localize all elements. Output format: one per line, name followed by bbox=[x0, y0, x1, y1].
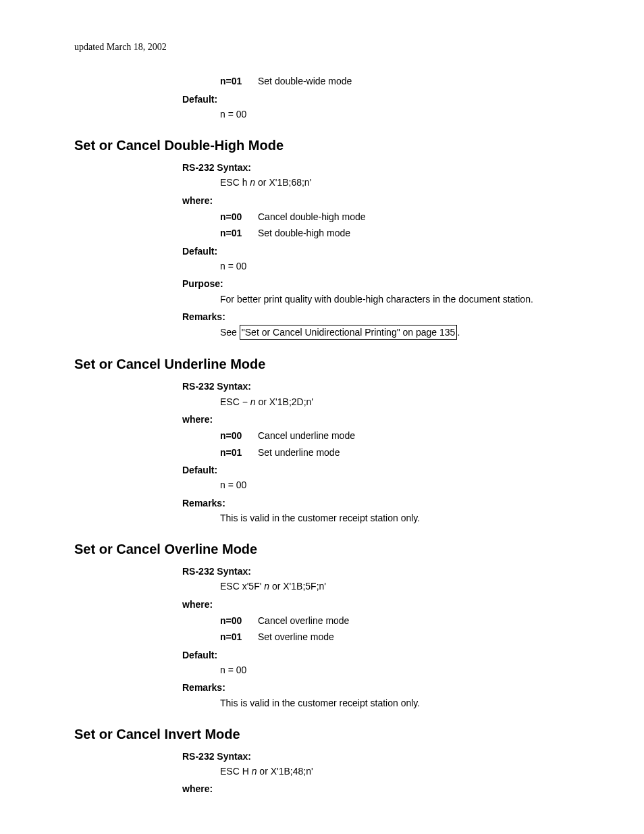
dh-n00-row: n=00 Cancel double-high mode bbox=[220, 210, 580, 224]
ol-syntax-label: RS-232 Syntax: bbox=[182, 565, 580, 578]
desc: Cancel overline mode bbox=[258, 614, 580, 627]
syntax-pre: ESC x'5F' bbox=[220, 581, 264, 592]
syntax-pre: ESC H bbox=[220, 766, 252, 777]
dh-remarks-label: Remarks: bbox=[182, 310, 580, 323]
remarks-pre: See bbox=[220, 327, 240, 338]
desc: Cancel double-high mode bbox=[258, 210, 580, 224]
ol-remarks-label: Remarks: bbox=[182, 681, 580, 694]
inv-syntax-label: RS-232 Syntax: bbox=[182, 750, 580, 763]
term: n=01 bbox=[220, 74, 258, 88]
syntax-pre: ESC h bbox=[220, 177, 250, 188]
top-n01-row: n=01 Set double-wide mode bbox=[220, 74, 580, 88]
term: n=00 bbox=[220, 429, 258, 442]
heading-underline: Set or Cancel Underline Mode bbox=[74, 355, 580, 374]
ul-default-label: Default: bbox=[182, 463, 580, 477]
desc: Set double-high mode bbox=[258, 226, 580, 240]
desc: Set underline mode bbox=[258, 446, 580, 459]
syntax-ital: n bbox=[264, 581, 269, 592]
ol-remarks-text: This is valid in the customer receipt st… bbox=[220, 696, 580, 710]
ul-syntax-body: ESC − n or X'1B;2D;n' bbox=[220, 395, 580, 409]
dh-where-label: where: bbox=[182, 194, 580, 207]
inv-where-label: where: bbox=[182, 782, 580, 796]
ul-remarks-text: This is valid in the customer receipt st… bbox=[220, 511, 580, 525]
ol-default-val: n = 00 bbox=[220, 663, 580, 677]
dh-syntax-label: RS-232 Syntax: bbox=[182, 161, 580, 174]
ul-n01-row: n=01 Set underline mode bbox=[220, 446, 580, 459]
updated-line: updated March 18, 2002 bbox=[74, 41, 580, 54]
dh-n01-row: n=01 Set double-high mode bbox=[220, 226, 580, 240]
syntax-ital: n bbox=[250, 177, 255, 188]
ul-where-label: where: bbox=[182, 413, 580, 426]
ul-n00-row: n=00 Cancel underline mode bbox=[220, 429, 580, 442]
desc: Set overline mode bbox=[258, 630, 580, 644]
ul-syntax-label: RS-232 Syntax: bbox=[182, 380, 580, 393]
dh-syntax-body: ESC h n or X'1B;68;n' bbox=[220, 176, 580, 189]
desc: Cancel underline mode bbox=[258, 429, 580, 442]
ol-n00-row: n=00 Cancel overline mode bbox=[220, 614, 580, 627]
ol-default-label: Default: bbox=[182, 648, 580, 662]
ul-remarks-label: Remarks: bbox=[182, 496, 580, 510]
top-default-label: Default: bbox=[182, 93, 580, 106]
desc: Set double-wide mode bbox=[258, 74, 580, 88]
remarks-post: . bbox=[457, 327, 460, 338]
term: n=01 bbox=[220, 226, 258, 240]
cross-ref-link[interactable]: "Set or Cancel Unidirectional Printing" … bbox=[240, 325, 458, 340]
heading-invert: Set or Cancel Invert Mode bbox=[74, 725, 580, 744]
inv-syntax-body: ESC H n or X'1B;48;n' bbox=[220, 764, 580, 778]
dh-default-label: Default: bbox=[182, 244, 580, 258]
dh-purpose-label: Purpose: bbox=[182, 277, 580, 290]
ol-n01-row: n=01 Set overline mode bbox=[220, 630, 580, 644]
ol-where-label: where: bbox=[182, 598, 580, 611]
top-default-val: n = 00 bbox=[220, 107, 580, 121]
ul-default-val: n = 00 bbox=[220, 478, 580, 492]
term: n=01 bbox=[220, 446, 258, 459]
dh-purpose-text: For better print quality with double-hig… bbox=[220, 292, 580, 306]
ol-syntax-body: ESC x'5F' n or X'1B;5F;n' bbox=[220, 579, 580, 593]
syntax-post: or X'1B;68;n' bbox=[255, 177, 311, 188]
syntax-post: or X'1B;2D;n' bbox=[256, 396, 314, 407]
syntax-ital: n bbox=[250, 396, 256, 407]
syntax-post: or X'1B;48;n' bbox=[257, 766, 313, 777]
heading-overline: Set or Cancel Overline Mode bbox=[74, 540, 580, 559]
term: n=01 bbox=[220, 630, 258, 644]
dh-remarks-body: See "Set or Cancel Unidirectional Printi… bbox=[220, 325, 580, 340]
syntax-pre: ESC − bbox=[220, 396, 250, 407]
term: n=00 bbox=[220, 210, 258, 224]
syntax-post: or X'1B;5F;n' bbox=[269, 581, 326, 592]
heading-double-high: Set or Cancel Double-High Mode bbox=[74, 136, 580, 155]
dh-default-val: n = 00 bbox=[220, 259, 580, 273]
term: n=00 bbox=[220, 614, 258, 627]
